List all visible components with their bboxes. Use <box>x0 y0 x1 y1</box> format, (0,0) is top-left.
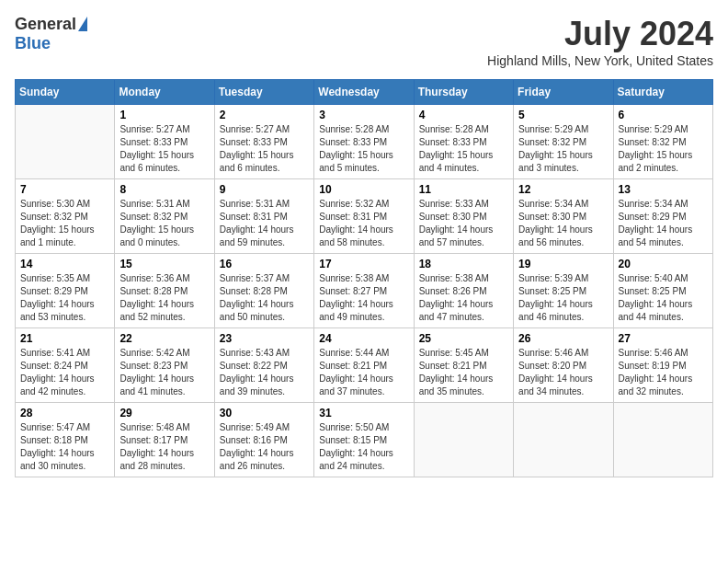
calendar-cell: 18Sunrise: 5:38 AMSunset: 8:26 PMDayligh… <box>414 254 513 328</box>
day-number: 30 <box>220 407 309 419</box>
calendar-cell: 2Sunrise: 5:27 AMSunset: 8:33 PMDaylight… <box>214 105 313 179</box>
day-number: 18 <box>419 258 508 270</box>
calendar-cell: 27Sunrise: 5:46 AMSunset: 8:19 PMDayligh… <box>613 328 712 403</box>
day-number: 14 <box>20 258 109 270</box>
day-info: Sunrise: 5:30 AMSunset: 8:32 PMDaylight:… <box>20 198 109 249</box>
day-number: 31 <box>319 407 408 419</box>
day-number: 29 <box>119 407 209 419</box>
day-info: Sunrise: 5:40 AMSunset: 8:25 PMDaylight:… <box>619 272 708 324</box>
logo-general-text: General <box>15 15 76 34</box>
day-info: Sunrise: 5:50 AMSunset: 8:15 PMDaylight:… <box>319 421 408 473</box>
calendar-cell: 20Sunrise: 5:40 AMSunset: 8:25 PMDayligh… <box>613 254 712 328</box>
page-header: General Blue July 2024 Highland Mills, N… <box>15 15 713 68</box>
day-info: Sunrise: 5:37 AMSunset: 8:28 PMDaylight:… <box>220 272 309 324</box>
calendar-cell: 5Sunrise: 5:29 AMSunset: 8:32 PMDaylight… <box>514 105 613 179</box>
day-info: Sunrise: 5:31 AMSunset: 8:32 PMDaylight:… <box>119 198 209 249</box>
day-info: Sunrise: 5:33 AMSunset: 8:30 PMDaylight:… <box>419 198 508 249</box>
day-number: 28 <box>20 407 109 419</box>
day-info: Sunrise: 5:41 AMSunset: 8:24 PMDaylight:… <box>20 347 109 398</box>
calendar-cell: 24Sunrise: 5:44 AMSunset: 8:21 PMDayligh… <box>314 328 414 403</box>
calendar-cell: 30Sunrise: 5:49 AMSunset: 8:16 PMDayligh… <box>214 403 313 477</box>
day-info: Sunrise: 5:27 AMSunset: 8:33 PMDaylight:… <box>119 123 209 175</box>
day-info: Sunrise: 5:36 AMSunset: 8:28 PMDaylight:… <box>119 272 209 324</box>
calendar-cell: 8Sunrise: 5:31 AMSunset: 8:32 PMDaylight… <box>115 179 214 254</box>
day-number: 2 <box>220 109 309 121</box>
day-info: Sunrise: 5:49 AMSunset: 8:16 PMDaylight:… <box>220 421 309 473</box>
day-info: Sunrise: 5:44 AMSunset: 8:21 PMDaylight:… <box>319 347 408 398</box>
day-number: 15 <box>119 258 209 270</box>
calendar-cell: 31Sunrise: 5:50 AMSunset: 8:15 PMDayligh… <box>314 403 414 477</box>
calendar-header: SundayMondayTuesdayWednesdayThursdayFrid… <box>16 80 713 105</box>
day-number: 25 <box>419 332 508 345</box>
day-number: 9 <box>220 183 309 196</box>
day-info: Sunrise: 5:42 AMSunset: 8:23 PMDaylight:… <box>119 347 209 398</box>
calendar-week-row: 21Sunrise: 5:41 AMSunset: 8:24 PMDayligh… <box>16 328 713 403</box>
day-number: 7 <box>20 183 109 196</box>
calendar-week-row: 28Sunrise: 5:47 AMSunset: 8:18 PMDayligh… <box>16 403 713 477</box>
day-number: 8 <box>119 183 209 196</box>
day-info: Sunrise: 5:32 AMSunset: 8:31 PMDaylight:… <box>319 198 408 249</box>
day-info: Sunrise: 5:48 AMSunset: 8:17 PMDaylight:… <box>119 421 209 473</box>
day-info: Sunrise: 5:29 AMSunset: 8:32 PMDaylight:… <box>619 123 708 175</box>
day-number: 10 <box>319 183 408 196</box>
day-info: Sunrise: 5:35 AMSunset: 8:29 PMDaylight:… <box>20 272 109 324</box>
day-number: 16 <box>220 258 309 270</box>
day-info: Sunrise: 5:46 AMSunset: 8:19 PMDaylight:… <box>619 347 708 398</box>
calendar-cell: 10Sunrise: 5:32 AMSunset: 8:31 PMDayligh… <box>314 179 414 254</box>
day-number: 17 <box>319 258 408 270</box>
day-number: 6 <box>619 109 708 121</box>
calendar-day-header: Friday <box>514 80 613 105</box>
calendar-week-row: 1Sunrise: 5:27 AMSunset: 8:33 PMDaylight… <box>16 105 713 179</box>
calendar-cell: 23Sunrise: 5:43 AMSunset: 8:22 PMDayligh… <box>214 328 313 403</box>
calendar-cell: 16Sunrise: 5:37 AMSunset: 8:28 PMDayligh… <box>214 254 313 328</box>
calendar-cell: 12Sunrise: 5:34 AMSunset: 8:30 PMDayligh… <box>514 179 613 254</box>
day-info: Sunrise: 5:28 AMSunset: 8:33 PMDaylight:… <box>319 123 408 175</box>
title-area: July 2024 Highland Mills, New York, Unit… <box>487 15 713 68</box>
calendar-cell: 25Sunrise: 5:45 AMSunset: 8:21 PMDayligh… <box>414 328 513 403</box>
calendar-cell: 3Sunrise: 5:28 AMSunset: 8:33 PMDaylight… <box>314 105 414 179</box>
day-info: Sunrise: 5:38 AMSunset: 8:26 PMDaylight:… <box>419 272 508 324</box>
calendar-cell: 26Sunrise: 5:46 AMSunset: 8:20 PMDayligh… <box>514 328 613 403</box>
day-info: Sunrise: 5:28 AMSunset: 8:33 PMDaylight:… <box>419 123 508 175</box>
day-number: 1 <box>119 109 209 121</box>
calendar-day-header: Sunday <box>16 80 115 105</box>
calendar-day-header: Thursday <box>414 80 513 105</box>
day-info: Sunrise: 5:31 AMSunset: 8:31 PMDaylight:… <box>220 198 309 249</box>
day-number: 23 <box>220 332 309 345</box>
calendar-cell: 1Sunrise: 5:27 AMSunset: 8:33 PMDaylight… <box>115 105 214 179</box>
calendar-cell: 11Sunrise: 5:33 AMSunset: 8:30 PMDayligh… <box>414 179 513 254</box>
calendar-cell: 19Sunrise: 5:39 AMSunset: 8:25 PMDayligh… <box>514 254 613 328</box>
logo-triangle-icon <box>78 17 87 31</box>
calendar-table: SundayMondayTuesdayWednesdayThursdayFrid… <box>15 79 713 477</box>
calendar-day-header: Saturday <box>613 80 712 105</box>
month-title: July 2024 <box>487 15 713 53</box>
day-number: 11 <box>419 183 508 196</box>
day-info: Sunrise: 5:27 AMSunset: 8:33 PMDaylight:… <box>220 123 309 175</box>
day-number: 20 <box>619 258 708 270</box>
day-number: 19 <box>518 258 608 270</box>
calendar-cell: 28Sunrise: 5:47 AMSunset: 8:18 PMDayligh… <box>16 403 115 477</box>
day-info: Sunrise: 5:45 AMSunset: 8:21 PMDaylight:… <box>419 347 508 398</box>
calendar-week-row: 7Sunrise: 5:30 AMSunset: 8:32 PMDaylight… <box>16 179 713 254</box>
day-number: 22 <box>119 332 209 345</box>
location-title: Highland Mills, New York, United States <box>487 53 713 68</box>
day-number: 21 <box>20 332 109 345</box>
day-number: 4 <box>419 109 508 121</box>
day-info: Sunrise: 5:39 AMSunset: 8:25 PMDaylight:… <box>518 272 608 324</box>
logo-blue-text: Blue <box>15 34 51 53</box>
calendar-cell: 17Sunrise: 5:38 AMSunset: 8:27 PMDayligh… <box>314 254 414 328</box>
day-number: 5 <box>518 109 608 121</box>
day-info: Sunrise: 5:34 AMSunset: 8:29 PMDaylight:… <box>619 198 708 249</box>
day-info: Sunrise: 5:47 AMSunset: 8:18 PMDaylight:… <box>20 421 109 473</box>
day-info: Sunrise: 5:38 AMSunset: 8:27 PMDaylight:… <box>319 272 408 324</box>
calendar-cell <box>414 403 513 477</box>
day-number: 24 <box>319 332 408 345</box>
calendar-cell: 15Sunrise: 5:36 AMSunset: 8:28 PMDayligh… <box>115 254 214 328</box>
calendar-day-header: Tuesday <box>214 80 313 105</box>
day-info: Sunrise: 5:29 AMSunset: 8:32 PMDaylight:… <box>518 123 608 175</box>
calendar-cell: 21Sunrise: 5:41 AMSunset: 8:24 PMDayligh… <box>16 328 115 403</box>
calendar-cell: 14Sunrise: 5:35 AMSunset: 8:29 PMDayligh… <box>16 254 115 328</box>
calendar-day-header: Monday <box>115 80 214 105</box>
day-info: Sunrise: 5:43 AMSunset: 8:22 PMDaylight:… <box>220 347 309 398</box>
calendar-cell <box>16 105 115 179</box>
